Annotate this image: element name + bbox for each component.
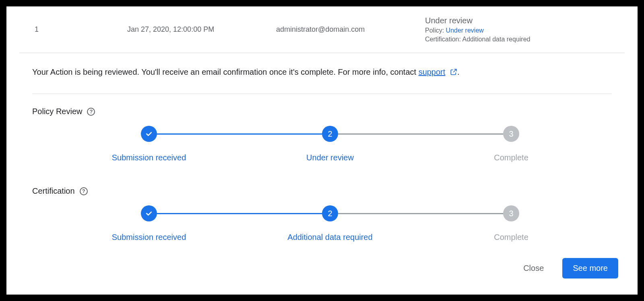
status-title: Under review [425, 16, 625, 25]
connector [157, 213, 322, 214]
step-label: Complete [494, 233, 528, 242]
support-link[interactable]: support [419, 68, 446, 76]
step-circle: 2 [322, 126, 338, 142]
section-policy-title: Policy Review ? [32, 107, 612, 116]
msg-after: . [457, 68, 460, 76]
cert-title-text: Certification [32, 186, 75, 196]
cert-label: Certification: [425, 36, 461, 43]
section-cert-title: Certification ? [32, 186, 612, 196]
row-index: 1 [35, 25, 127, 34]
support-link-text: support [419, 68, 446, 76]
thin-divider [32, 94, 612, 94]
policy-stepper: Submission received 2 Under review 3 Com… [105, 126, 555, 162]
help-icon[interactable]: ? [80, 187, 88, 195]
policy-step-2: 2 Under review [286, 126, 374, 162]
step-circle: 2 [322, 205, 338, 221]
see-more-button[interactable]: See more [562, 258, 618, 278]
policy-step-1: Submission received [105, 126, 193, 162]
row-status: Under review Policy: Under review Certif… [425, 16, 625, 43]
review-message: Your Action is being reviewed. You'll re… [32, 68, 612, 78]
policy-title-text: Policy Review [32, 107, 82, 116]
step-circle: 3 [503, 126, 519, 142]
cert-line: Certification: Additional data required [425, 36, 625, 43]
policy-status-link[interactable]: Under review [446, 27, 484, 34]
step-label: Under review [306, 153, 354, 162]
step-label: Submission received [112, 153, 186, 162]
cert-step-2: 2 Additional data required [286, 205, 374, 242]
step-label: Additional data required [287, 233, 372, 242]
cert-step-3: 3 Complete [467, 205, 555, 242]
cert-status: Additional data required [462, 36, 530, 43]
row-date: Jan 27, 2020, 12:00:00 PM [127, 25, 276, 34]
dialog-footer: Close See more [521, 258, 618, 278]
step-label: Submission received [112, 233, 186, 242]
step-label: Complete [494, 153, 528, 162]
msg-before: Your Action is being reviewed. You'll re… [32, 68, 419, 76]
step-circle: 3 [503, 205, 519, 221]
panel-body: Your Action is being reviewed. You'll re… [6, 53, 638, 242]
external-link-icon [450, 68, 457, 78]
help-icon[interactable]: ? [87, 108, 95, 116]
connector [157, 133, 322, 135]
policy-step-3: 3 Complete [467, 126, 555, 162]
cert-stepper: Submission received 2 Additional data re… [105, 205, 555, 242]
review-panel: 1 Jan 27, 2020, 12:00:00 PM administrato… [6, 6, 638, 295]
step-circle-done-icon [141, 126, 157, 142]
policy-line: Policy: Under review [425, 27, 625, 34]
row-email: administrator@domain.com [276, 25, 425, 34]
connector [338, 133, 503, 135]
policy-label: Policy: [425, 27, 444, 34]
submission-row: 1 Jan 27, 2020, 12:00:00 PM administrato… [6, 6, 638, 53]
close-button[interactable]: Close [521, 263, 546, 273]
step-circle-done-icon [141, 205, 157, 221]
connector [338, 213, 503, 214]
cert-step-1: Submission received [105, 205, 193, 242]
